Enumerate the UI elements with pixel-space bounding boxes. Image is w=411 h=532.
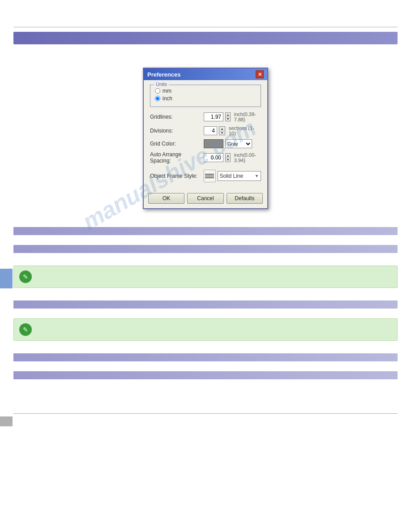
auto-arrange-spinner[interactable]: ▲ ▼ [225, 153, 231, 162]
dialog-titlebar: Preferences ✕ [144, 69, 267, 80]
inch-label: inch [163, 95, 172, 102]
gridlines-hint: inch(0.39-7.88) [234, 112, 261, 122]
header-bar [13, 32, 398, 44]
note-icon-2: ✎ [19, 323, 32, 336]
divisions-label: Divisions: [150, 128, 204, 134]
bottom-rule [13, 413, 398, 414]
units-group: Units mm inch [150, 85, 261, 107]
frame-icon-line-1 [205, 174, 214, 175]
divisions-spinner[interactable]: ▲ ▼ [219, 126, 225, 135]
frame-style-icon [204, 170, 216, 182]
gridlines-spinner[interactable]: ▲ ▼ [225, 112, 231, 121]
divisions-input-group: 4 ▲ ▼ sections (1-10) [204, 125, 261, 136]
note-box-2: ✎ [13, 318, 398, 341]
grid-color-label: Grid Color: [150, 141, 204, 147]
gridlines-up[interactable]: ▲ [226, 113, 230, 117]
divisions-row: Divisions: 4 ▲ ▼ sections (1-10) [150, 125, 261, 136]
auto-arrange-input-group: 0.00 ▲ ▼ inch(0.00-3.94) [204, 152, 261, 163]
frame-dropdown-arrow-icon: ▼ [255, 174, 259, 178]
note-box-1: ✎ [13, 266, 398, 288]
cancel-button[interactable]: Cancel [187, 193, 223, 204]
left-sidebar-bar2 [0, 416, 13, 426]
ok-button[interactable]: OK [148, 193, 184, 204]
gridlines-down[interactable]: ▼ [226, 117, 230, 121]
frame-icon-lines [205, 174, 214, 178]
auto-arrange-row: Auto Arrange Spacing: 0.00 ▲ ▼ inch(0.00… [150, 151, 261, 164]
section-bar-4 [13, 353, 398, 361]
dialog-buttons: OK Cancel Defaults [144, 191, 267, 208]
frame-icon-line-3 [205, 177, 214, 178]
section-bar-5 [13, 371, 398, 379]
auto-arrange-down[interactable]: ▼ [226, 158, 230, 162]
grid-color-swatch [204, 139, 223, 148]
grid-color-select-row: Gray [204, 139, 252, 148]
divisions-down[interactable]: ▼ [219, 131, 225, 135]
units-legend: Units [154, 82, 169, 87]
object-frame-style-row: Object Frame Style: Solid Line ▼ [150, 170, 261, 182]
mm-label: mm [163, 88, 171, 94]
object-frame-label: Object Frame Style: [150, 173, 204, 179]
section-bar-1 [13, 227, 398, 235]
frame-icon-line-2 [205, 176, 214, 176]
gridlines-input-group: 1.97 ▲ ▼ inch(0.39-7.88) [204, 112, 261, 122]
auto-arrange-up[interactable]: ▲ [226, 154, 230, 158]
dialog-title: Preferences [147, 71, 180, 78]
dialog-body: Units mm inch Gridlines: 1.97 [144, 80, 267, 191]
inch-radio[interactable] [155, 96, 160, 101]
gridlines-row: Gridlines: 1.97 ▲ ▼ inch(0.39-7.88) [150, 112, 261, 122]
auto-arrange-label: Auto Arrange Spacing: [150, 151, 204, 164]
section-bar-2 [13, 245, 398, 253]
main-content: Preferences ✕ Units mm inch [13, 63, 398, 209]
dialog-close-button[interactable]: ✕ [256, 70, 264, 78]
grid-color-row: Grid Color: Gray [150, 139, 261, 148]
top-rule [13, 27, 398, 27]
note-icon-1: ✎ [19, 270, 32, 283]
grid-color-dropdown[interactable]: Gray [225, 139, 252, 148]
auto-arrange-input[interactable]: 0.00 [204, 153, 223, 162]
divisions-up[interactable]: ▲ [219, 127, 225, 131]
frame-style-dropdown[interactable]: Solid Line ▼ [218, 171, 261, 181]
left-sidebar-bar [0, 269, 13, 288]
divisions-hint: sections (1-10) [229, 125, 261, 136]
auto-arrange-hint: inch(0.00-3.94) [234, 152, 261, 163]
mm-radio-row: mm [155, 88, 256, 94]
frame-style-value: Solid Line [220, 173, 244, 179]
defaults-button[interactable]: Defaults [227, 193, 263, 204]
page-wrapper: manualshive.com Preferences ✕ Units mm [0, 27, 411, 532]
gridlines-input[interactable]: 1.97 [204, 112, 223, 121]
section-bar-3 [13, 300, 398, 309]
divisions-input[interactable]: 4 [204, 126, 217, 135]
preferences-dialog: Preferences ✕ Units mm inch [143, 68, 268, 209]
inch-radio-row: inch [155, 95, 256, 102]
gridlines-label: Gridlines: [150, 114, 204, 120]
mm-radio[interactable] [155, 88, 160, 94]
